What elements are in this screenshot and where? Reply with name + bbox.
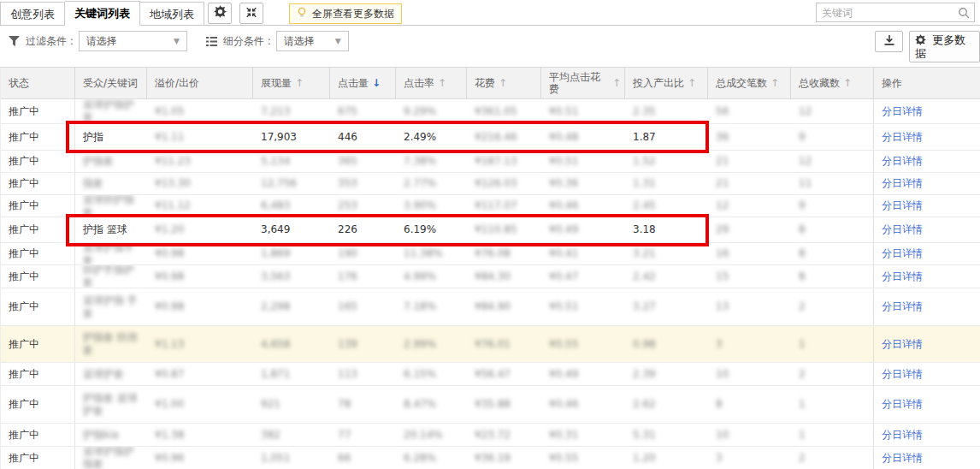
cell-cost: ¥23.72 bbox=[467, 424, 541, 446]
cell-bid: ¥0.98 bbox=[147, 243, 253, 264]
daily-detail-link[interactable]: 分日详情 bbox=[882, 131, 923, 144]
column-header-cost[interactable]: 花费↑ bbox=[467, 68, 541, 98]
cell-cost: ¥187.13 bbox=[467, 151, 541, 172]
search-icon[interactable] bbox=[958, 7, 974, 19]
filter-condition-select[interactable]: 请选择 ▼ bbox=[79, 31, 187, 51]
daily-detail-link[interactable]: 分日详情 bbox=[882, 105, 923, 118]
cell-roi: 2.42 bbox=[625, 265, 708, 288]
table-row: 推广中护指套 防滑套¥1.134,6581392.99%¥76.01¥0.550… bbox=[1, 326, 980, 363]
table-row: 推广中护指套 篮球护套¥1.00921788.47%¥35.88¥0.462.6… bbox=[1, 386, 980, 424]
column-header-impressions[interactable]: 展现量↑ bbox=[253, 68, 330, 98]
daily-detail-link[interactable]: 分日详情 bbox=[882, 247, 923, 260]
keyword-search-input[interactable] bbox=[817, 7, 958, 19]
daily-detail-link[interactable]: 分日详情 bbox=[882, 300, 923, 313]
cell-status: 推广中 bbox=[1, 447, 75, 469]
filter-condition-value: 请选择 bbox=[86, 34, 117, 49]
daily-detail-link[interactable]: 分日详情 bbox=[882, 177, 923, 190]
keyword-report-page: 创意列表 关键词列表 地域列表 全屏查看更多数据 bbox=[0, 0, 980, 469]
cell-keyword: 篮球护指护指套 bbox=[75, 447, 147, 469]
sort-asc-arrow-icon[interactable]: ↑ bbox=[688, 77, 696, 89]
sort-asc-arrow-icon[interactable]: ↑ bbox=[770, 77, 779, 89]
cell-keyword: 篮球护指手套 bbox=[75, 243, 147, 264]
cell-roi: 2.39 bbox=[625, 363, 708, 385]
expand-toggle-button[interactable] bbox=[239, 3, 263, 24]
cell-ctr: 2.99% bbox=[396, 326, 467, 362]
sort-desc-arrow-icon[interactable]: ↓ bbox=[372, 77, 381, 89]
settings-gear-button[interactable] bbox=[208, 3, 232, 24]
cell-impressions: 3,649 bbox=[253, 217, 330, 242]
cell-avg_cost: ¥0.36 bbox=[541, 173, 625, 194]
daily-detail-link[interactable]: 分日详情 bbox=[882, 199, 923, 212]
table-row: 推广中篮球护指护指套¥0.961,051666.28%¥36.19¥0.551.… bbox=[1, 447, 980, 469]
sort-asc-arrow-icon[interactable]: ↑ bbox=[295, 77, 304, 89]
cell-orders: 3 bbox=[708, 447, 791, 469]
sort-asc-arrow-icon[interactable]: ↑ bbox=[843, 77, 852, 89]
cell-ctr: 20.14% bbox=[396, 424, 467, 446]
cell-favorites: 2 bbox=[791, 288, 874, 325]
cell-status: 推广中 bbox=[1, 288, 75, 325]
download-icon bbox=[883, 34, 895, 49]
sort-asc-arrow-icon[interactable]: ↑ bbox=[438, 77, 446, 89]
column-header-ctr[interactable]: 点击率↑ bbox=[396, 68, 467, 98]
tab-region-list[interactable]: 地域列表 bbox=[140, 2, 204, 26]
cell-keyword: 护指 bbox=[75, 124, 147, 150]
cell-impressions: 1,051 bbox=[253, 447, 330, 469]
column-header-avg_cost[interactable]: 平均点击花费↑ bbox=[541, 68, 625, 98]
cell-cost: ¥117.07 bbox=[467, 195, 541, 217]
cell-impressions: 1,871 bbox=[253, 363, 330, 385]
cell-cost: ¥76.01 bbox=[467, 326, 541, 362]
cell-keyword: 篮球防护指套 bbox=[75, 195, 147, 217]
cell-bid: ¥1.05 bbox=[147, 99, 253, 123]
cell-status: 推广中 bbox=[1, 151, 75, 172]
daily-detail-link[interactable]: 分日详情 bbox=[882, 338, 923, 351]
cell-cost: ¥36.19 bbox=[467, 447, 541, 469]
daily-detail-link[interactable]: 分日详情 bbox=[882, 429, 923, 442]
cell-keyword: 护指kia bbox=[75, 424, 147, 446]
more-data-button[interactable]: 更多数据 bbox=[909, 31, 980, 62]
daily-detail-link[interactable]: 分日详情 bbox=[882, 223, 923, 236]
daily-detail-link[interactable]: 分日详情 bbox=[882, 368, 923, 381]
cell-orders: 10 bbox=[708, 363, 791, 385]
cell-status: 推广中 bbox=[1, 363, 75, 385]
cell-orders: 12 bbox=[708, 195, 791, 217]
table-row: 推广中护指 篮球¥1.203,6492266.19%¥110.85¥0.493.… bbox=[1, 217, 980, 243]
tab-bar: 创意列表 关键词列表 地域列表 全屏查看更多数据 bbox=[0, 0, 980, 26]
cell-clicks: 176 bbox=[330, 265, 396, 288]
cell-roi: 0.98 bbox=[625, 326, 708, 362]
cell-cost: ¥84.90 bbox=[467, 288, 541, 325]
column-header-orders[interactable]: 总成交笔数↑ bbox=[708, 68, 791, 98]
tab-keyword-list[interactable]: 关键词列表 bbox=[65, 1, 140, 26]
segment-condition-select[interactable]: 请选择 ▼ bbox=[276, 31, 349, 51]
daily-detail-link[interactable]: 分日详情 bbox=[882, 452, 923, 465]
download-button[interactable] bbox=[875, 31, 903, 52]
cell-ctr: 9.29% bbox=[396, 99, 467, 123]
column-header-favorites[interactable]: 总收藏数↑ bbox=[791, 68, 874, 98]
cell-avg_cost: ¥0.49 bbox=[541, 217, 625, 242]
cell-avg_cost: ¥0.41 bbox=[541, 243, 625, 264]
tab-creative-list[interactable]: 创意列表 bbox=[0, 2, 65, 26]
cell-cost: ¥361.05 bbox=[467, 99, 541, 123]
cell-avg_cost: ¥0.51 bbox=[541, 288, 625, 325]
cell-favorites: 11 bbox=[791, 173, 874, 194]
daily-detail-link[interactable]: 分日详情 bbox=[882, 398, 923, 411]
column-header-roi[interactable]: 投入产出比↑ bbox=[625, 68, 708, 98]
cell-keyword: 篮球护指 手套 bbox=[75, 288, 147, 325]
column-header-bid: 溢价/出价 bbox=[147, 68, 253, 98]
daily-detail-link[interactable]: 分日详情 bbox=[882, 155, 923, 168]
fullscreen-more-data-button[interactable]: 全屏查看更多数据 bbox=[289, 3, 402, 24]
daily-detail-link[interactable]: 分日详情 bbox=[882, 270, 923, 283]
cell-favorites: 12 bbox=[791, 99, 874, 123]
cell-favorites: 1 bbox=[791, 326, 874, 362]
cell-status: 推广中 bbox=[1, 265, 75, 288]
sort-asc-arrow-icon[interactable]: ↑ bbox=[499, 77, 507, 89]
filter-condition-label: 过滤条件 : bbox=[26, 34, 74, 49]
cell-bid: ¥1.20 bbox=[147, 217, 253, 242]
column-header-clicks[interactable]: 点击量↓ bbox=[330, 68, 396, 98]
segment-list-icon bbox=[206, 37, 217, 46]
table-row: 推广中篮球防护指套¥11.126,4832533.90%¥117.07¥0.46… bbox=[1, 195, 980, 217]
cell-action: 分日详情 bbox=[874, 173, 980, 194]
cell-avg_cost: ¥0.51 bbox=[541, 151, 625, 172]
sort-asc-arrow-icon[interactable]: ↑ bbox=[612, 77, 621, 89]
cell-action: 分日详情 bbox=[874, 265, 980, 288]
table-header-row: 状态受众/关键词溢价/出价展现量↑点击量↓点击率↑花费↑平均点击花费↑投入产出比… bbox=[1, 68, 980, 99]
